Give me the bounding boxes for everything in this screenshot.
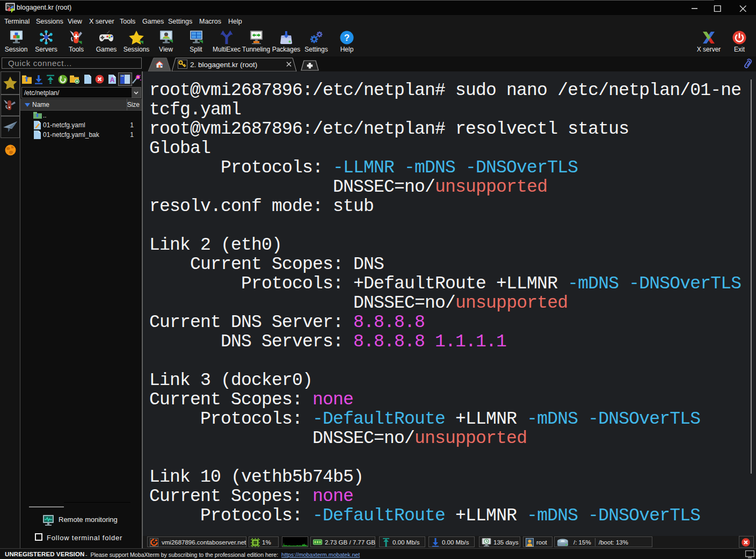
svg-text:A: A (110, 76, 115, 84)
svg-text:?: ? (344, 33, 350, 43)
svg-text:2. blogagent.kr (root): 2. blogagent.kr (root) (190, 61, 257, 69)
